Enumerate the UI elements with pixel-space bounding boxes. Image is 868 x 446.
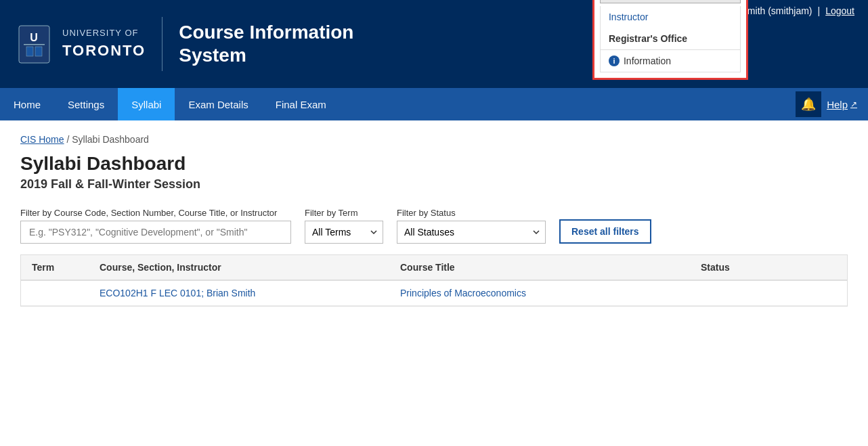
info-icon: i <box>609 55 620 66</box>
nav-exam-details[interactable]: Exam Details <box>175 88 261 120</box>
syllabi-table: Term Course, Section, Instructor Course … <box>20 254 848 307</box>
role-switcher: Role: Registrar's Office Switch Role: In… <box>592 0 748 80</box>
page-header: U UNIVERSITY OF TORONTO Course Informati… <box>0 0 868 88</box>
row-status <box>701 288 836 298</box>
row-course: ECO102H1 F LEC 0101; Brian Smith <box>100 288 400 298</box>
nav-settings[interactable]: Settings <box>54 88 118 120</box>
status-filter-group: Filter by Status All Statuses Draft Subm… <box>397 208 546 244</box>
info-label: Information <box>624 55 671 66</box>
term-filter-label: Filter by Term <box>305 208 383 218</box>
main-content: CIS Home / Syllabi Dashboard Syllabi Das… <box>0 120 868 320</box>
role-option-instructor[interactable]: Instructor <box>601 6 740 28</box>
logo-section: U UNIVERSITY OF TORONTO <box>14 17 162 71</box>
role-option-registrar[interactable]: Registrar's Office <box>601 28 740 49</box>
breadcrumb-current: Syllabi Dashboard <box>72 134 149 145</box>
course-filter-group: Filter by Course Code, Section Number, C… <box>20 208 291 244</box>
switch-role-select[interactable]: Switch Role: Instructor Registrar's Offi… <box>600 0 741 3</box>
status-filter-select[interactable]: All Statuses Draft Submitted Approved <box>397 221 546 244</box>
bell-icon: 🔔 <box>801 97 816 112</box>
page-title: Syllabi Dashboard <box>20 153 848 175</box>
row-title: Principles of Macroeconomics <box>400 288 701 298</box>
notifications-button[interactable]: 🔔 <box>796 91 821 117</box>
university-name: UNIVERSITY OF TORONTO <box>62 26 146 62</box>
col-course: Course, Section, Instructor <box>100 262 400 273</box>
nav-syllabi[interactable]: Syllabi <box>118 88 175 120</box>
nav-home[interactable]: Home <box>0 88 54 120</box>
col-title: Course Title <box>400 262 701 273</box>
reset-filters-button[interactable]: Reset all filters <box>559 219 651 244</box>
col-status: Status <box>701 262 836 273</box>
svg-text:U: U <box>30 32 38 43</box>
course-filter-input[interactable] <box>20 221 291 244</box>
svg-rect-2 <box>24 44 45 45</box>
nav-right-area: 🔔 Help ↗ <box>796 91 868 117</box>
role-info-item[interactable]: i Information <box>601 50 740 72</box>
breadcrumb: CIS Home / Syllabi Dashboard <box>20 134 848 145</box>
svg-rect-4 <box>35 47 42 56</box>
role-dropdown-menu: Instructor Registrar's Office i Informat… <box>600 6 741 72</box>
term-filter-group: Filter by Term All Terms Fall 2019 Winte… <box>305 208 383 244</box>
table-row[interactable]: ECO102H1 F LEC 0101; Brian Smith Princip… <box>21 281 847 306</box>
status-filter-label: Filter by Status <box>397 208 546 218</box>
course-filter-label: Filter by Course Code, Section Number, C… <box>20 208 291 218</box>
university-logo: U <box>14 20 54 68</box>
filter-row: Filter by Course Code, Section Number, C… <box>20 208 848 244</box>
header-controls: Role: Registrar's Office Switch Role: In… <box>592 0 854 80</box>
nav-final-exam[interactable]: Final Exam <box>262 88 340 120</box>
term-filter-select[interactable]: All Terms Fall 2019 Winter 2020 <box>305 221 383 244</box>
svg-rect-3 <box>26 47 33 56</box>
session-label: 2019 Fall & Fall-Winter Session <box>20 177 848 192</box>
help-link[interactable]: Help ↗ <box>827 99 857 110</box>
row-term <box>32 288 100 298</box>
breadcrumb-home[interactable]: CIS Home <box>20 134 64 145</box>
navigation: Home Settings Syllabi Exam Details Final… <box>0 88 868 120</box>
table-header: Term Course, Section, Instructor Course … <box>21 255 847 281</box>
col-term: Term <box>32 262 100 273</box>
external-link-icon: ↗ <box>850 99 857 109</box>
